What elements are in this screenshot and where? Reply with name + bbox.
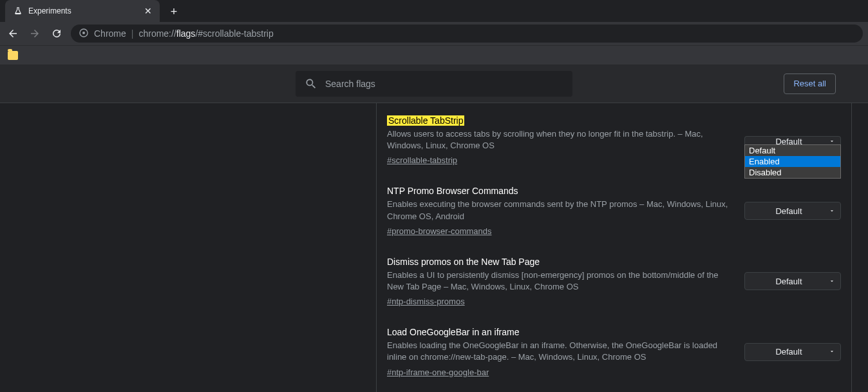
browser-tab[interactable]: Experiments ✕ xyxy=(5,0,160,22)
flag-hash-link[interactable]: #scrollable-tabstrip xyxy=(387,155,457,165)
flag-scrollable-tabstrip: Scrollable TabStrip Allows users to acce… xyxy=(387,115,841,166)
flag-select[interactable]: Default Default Enabled Disabled xyxy=(744,136,841,145)
tab-title: Experiments xyxy=(28,6,139,15)
chevron-down-icon xyxy=(829,206,835,216)
flags-content: Scrollable TabStrip Allows users to acce… xyxy=(0,103,868,392)
flag-description: Enables executing the browser commands s… xyxy=(387,199,734,222)
bookmarks-bar xyxy=(0,45,868,64)
flag-select[interactable]: Default xyxy=(744,202,841,220)
flag-hash-link[interactable]: #promo-browser-commands xyxy=(387,226,492,236)
flag-select[interactable]: Default xyxy=(744,343,841,361)
tab-strip: Experiments ✕ + xyxy=(0,0,868,22)
flag-title: Scrollable TabStrip xyxy=(387,115,464,126)
flag-title: Load OneGoogleBar in an iframe xyxy=(387,327,519,337)
back-button[interactable] xyxy=(5,26,21,41)
left-panel xyxy=(0,103,377,392)
option-disabled[interactable]: Disabled xyxy=(745,167,840,178)
chevron-down-icon xyxy=(829,277,835,286)
flag-hash-link[interactable]: #ntp-iframe-one-google-bar xyxy=(387,368,489,377)
new-tab-button[interactable]: + xyxy=(165,3,183,21)
flask-icon xyxy=(13,6,23,16)
flag-promo-browser-commands: NTP Promo Browser Commands Enables execu… xyxy=(387,185,841,236)
flag-ntp-dismiss-promos: Dismiss promos on the New Tab Page Enabl… xyxy=(387,256,841,307)
flag-select[interactable]: Default xyxy=(744,272,841,290)
url-prefix: Chrome xyxy=(94,28,126,39)
flag-title: Dismiss promos on the New Tab Page xyxy=(387,257,540,267)
address-bar[interactable]: Chrome | chrome://flags/#scrollable-tabs… xyxy=(71,24,863,43)
chrome-icon xyxy=(79,28,89,40)
option-enabled[interactable]: Enabled xyxy=(745,156,840,167)
flag-description: Enables loading the OneGoogleBar in an i… xyxy=(387,340,734,363)
search-input[interactable] xyxy=(325,79,563,89)
flag-description: Allows users to access tabs by scrolling… xyxy=(387,128,734,152)
close-icon[interactable]: ✕ xyxy=(144,6,152,16)
flags-list: Scrollable TabStrip Allows users to acce… xyxy=(377,103,851,392)
reset-all-button[interactable]: Reset all xyxy=(784,74,836,94)
flag-ntp-iframe-one-google-bar: Load OneGoogleBar in an iframe Enables l… xyxy=(387,326,841,377)
search-icon xyxy=(305,77,317,90)
chevron-down-icon xyxy=(829,347,835,357)
select-value: Default xyxy=(775,206,802,216)
svg-point-1 xyxy=(82,32,85,34)
right-panel xyxy=(851,103,868,392)
url-divider: | xyxy=(131,28,134,39)
forward-button[interactable] xyxy=(27,26,42,41)
option-default[interactable]: Default xyxy=(745,145,840,156)
select-value: Default xyxy=(775,277,802,286)
reload-button[interactable] xyxy=(49,26,64,41)
flag-description: Enables a UI to persistently dismiss [no… xyxy=(387,270,734,293)
select-value: Default xyxy=(775,347,802,357)
browser-toolbar: Chrome | chrome://flags/#scrollable-tabs… xyxy=(0,22,868,45)
select-dropdown: Default Enabled Disabled xyxy=(744,144,841,179)
flags-header: Reset all xyxy=(0,64,868,103)
url-text: chrome://flags/#scrollable-tabstrip xyxy=(138,28,273,39)
search-box[interactable] xyxy=(296,71,572,97)
flag-title: NTP Promo Browser Commands xyxy=(387,186,518,196)
flag-hash-link[interactable]: #ntp-dismiss-promos xyxy=(387,297,465,306)
bookmark-folder-icon[interactable] xyxy=(8,51,18,60)
